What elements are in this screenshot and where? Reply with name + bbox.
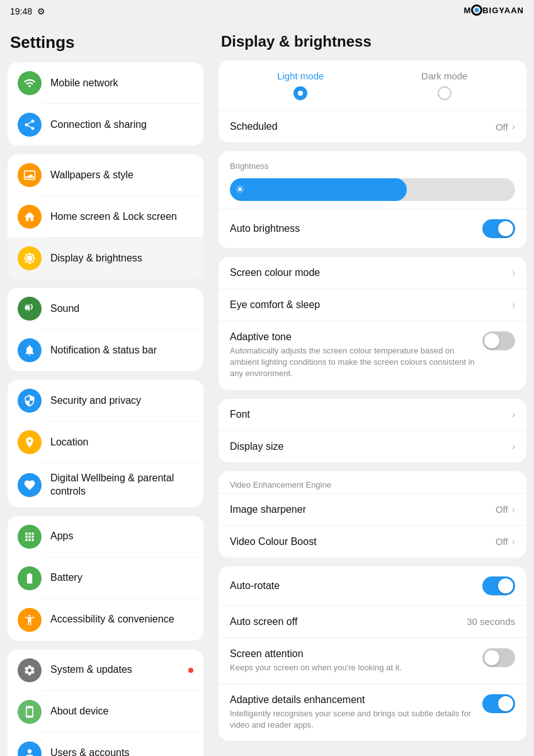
mobile-network-label: Mobile network (50, 77, 118, 90)
location-icon (18, 430, 42, 454)
about-device-label: About device (50, 705, 109, 718)
scheduled-chevron: › (512, 121, 515, 132)
light-mode-radio[interactable] (293, 86, 307, 100)
adaptive-tone-knob (484, 333, 499, 348)
adaptive-details-knob (498, 696, 513, 711)
adaptive-details-desc: Intelligently recognises your scene and … (230, 708, 475, 731)
notification-icon (18, 338, 42, 362)
system-updates-dot (188, 668, 193, 673)
screen-attention-row: Screen attention Keeps your screen on wh… (219, 638, 526, 684)
sidebar-item-security[interactable]: Security and privacy (8, 380, 203, 421)
home-lock-icon (18, 205, 42, 229)
screen-colour-label: Screen colour mode (230, 267, 320, 278)
dark-mode-option[interactable]: Dark mode (373, 71, 517, 100)
font-row[interactable]: Font › (219, 399, 526, 430)
scheduled-right: Off › (496, 121, 515, 132)
sidebar-item-accessibility[interactable]: Accessibility & convenience (8, 599, 203, 641)
adaptive-tone-row: Adaptive tone Automatically adjusts the … (219, 321, 526, 390)
screen-attention-title: Screen attention (230, 648, 475, 660)
digital-wellbeing-label: Digital Wellbeing & parental controls (50, 472, 193, 498)
sidebar-item-home-lock[interactable]: Home screen & Lock screen (8, 196, 203, 238)
battery-label: Battery (50, 571, 82, 585)
sidebar-item-location[interactable]: Location (8, 421, 203, 463)
sound-icon (18, 297, 42, 321)
brightness-fill: ☀ (230, 178, 407, 201)
display-size-chevron: › (512, 441, 515, 452)
wallpapers-label: Wallpapers & style (50, 169, 134, 182)
auto-brightness-row[interactable]: Auto brightness (219, 209, 526, 248)
sidebar-item-mobile-network[interactable]: Mobile network (8, 62, 203, 104)
adaptive-tone-desc: Automatically adjusts the screen colour … (230, 345, 475, 380)
sidebar-item-battery[interactable]: Battery (8, 558, 203, 599)
sidebar: Settings Mobile network Connection & sha… (0, 23, 211, 756)
brightness-section: Brightness ☀ (219, 151, 526, 205)
mode-card: Light mode Dark mode Scheduled Off › (219, 60, 526, 142)
adaptive-details-toggle[interactable] (482, 694, 515, 713)
logo-o-icon (471, 4, 482, 16)
brightness-slider[interactable]: ☀ (230, 178, 515, 201)
light-mode-label: Light mode (277, 71, 324, 81)
eye-comfort-row[interactable]: Eye comfort & sleep › (219, 289, 526, 321)
right-panel: Display & brightness Light mode Dark mod… (211, 23, 534, 756)
adaptive-tone-text: Adaptive tone Automatically adjusts the … (230, 331, 475, 380)
sidebar-item-notification[interactable]: Notification & status bar (8, 329, 203, 371)
adaptive-details-text: Adaptive details enhancement Intelligent… (230, 694, 475, 731)
logo: MBIGYAAN (463, 6, 524, 17)
screen-colour-row[interactable]: Screen colour mode › (219, 257, 526, 289)
display-size-row[interactable]: Display size › (219, 430, 526, 462)
apps-label: Apps (50, 530, 73, 543)
sidebar-item-apps[interactable]: Apps (8, 516, 203, 558)
screen-attention-toggle[interactable] (482, 648, 515, 667)
light-mode-option[interactable]: Light mode (229, 71, 373, 100)
brightness-card: Brightness ☀ Auto brightness (219, 151, 526, 248)
auto-screen-off-label: Auto screen off (230, 616, 297, 627)
digital-wellbeing-icon (18, 473, 42, 497)
auto-brightness-knob (498, 221, 513, 236)
battery-icon (18, 566, 42, 590)
users-accounts-icon (18, 742, 42, 756)
scheduled-row[interactable]: Scheduled Off › (219, 110, 526, 142)
font-label: Font (230, 409, 250, 420)
image-sharpener-row[interactable]: Image sharpener Off › (219, 493, 526, 525)
video-enhancement-card: Video Enhancement Engine Image sharpener… (219, 471, 526, 558)
image-sharpener-chevron: › (512, 504, 515, 515)
eye-comfort-label: Eye comfort & sleep (230, 299, 320, 311)
mode-toggle: Light mode Dark mode (219, 60, 526, 110)
status-bar: 19:48 ⚙ MBIGYAAN (0, 0, 534, 23)
sidebar-item-about-device[interactable]: About device (8, 691, 203, 733)
display-brightness-label: Display & brightness (50, 252, 142, 265)
settings-group-apps: Apps Battery Accessibility & convenience (8, 516, 203, 641)
screen-attention-desc: Keeps your screen on when you're looking… (230, 662, 475, 673)
screen-attention-knob (484, 650, 499, 665)
sidebar-item-users-accounts[interactable]: Users & accounts (8, 733, 203, 756)
screen-settings-card: Screen colour mode › Eye comfort & sleep… (219, 257, 526, 390)
auto-rotate-row[interactable]: Auto-rotate (219, 566, 526, 605)
sidebar-item-digital-wellbeing[interactable]: Digital Wellbeing & parental controls (8, 463, 203, 507)
scheduled-value: Off (496, 122, 508, 132)
users-accounts-label: Users & accounts (50, 747, 129, 756)
auto-brightness-toggle[interactable] (482, 219, 515, 238)
screen-attention-text: Screen attention Keeps your screen on wh… (230, 648, 475, 673)
main-layout: Settings Mobile network Connection & sha… (0, 23, 534, 756)
video-colour-boost-row[interactable]: Video Colour Boost Off › (219, 525, 526, 558)
auto-screen-off-value: 30 seconds (467, 616, 515, 627)
sidebar-item-display-brightness[interactable]: Display & brightness (8, 238, 203, 279)
auto-rotate-toggle[interactable] (482, 576, 515, 595)
sidebar-item-connection-sharing[interactable]: Connection & sharing (8, 104, 203, 146)
auto-screen-off-row[interactable]: Auto screen off 30 seconds (219, 605, 526, 638)
auto-rotate-knob (498, 578, 513, 593)
video-colour-boost-chevron: › (512, 536, 515, 547)
adaptive-tone-toggle[interactable] (482, 331, 515, 350)
dark-mode-label: Dark mode (421, 71, 467, 81)
connection-sharing-icon (18, 113, 42, 137)
status-left: 19:48 ⚙ (10, 6, 45, 16)
dark-mode-radio[interactable] (438, 86, 452, 100)
sidebar-item-wallpapers[interactable]: Wallpapers & style (8, 154, 203, 196)
scheduled-label: Scheduled (230, 121, 278, 132)
auto-brightness-label: Auto brightness (230, 223, 300, 234)
wallpapers-icon (18, 163, 42, 187)
adaptive-details-row: Adaptive details enhancement Intelligent… (219, 684, 526, 741)
sidebar-item-sound[interactable]: Sound (8, 288, 203, 329)
sidebar-item-system-updates[interactable]: System & updates (8, 650, 203, 691)
font-display-card: Font › Display size › (219, 399, 526, 462)
